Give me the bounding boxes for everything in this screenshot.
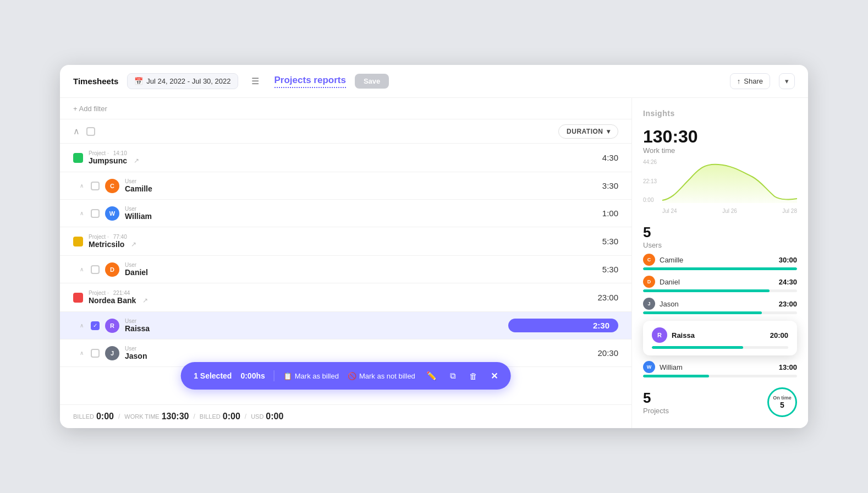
project-time-info: 14:10 bbox=[113, 150, 127, 156]
external-link-icon-nordea[interactable]: ↗ bbox=[142, 297, 148, 304]
add-filter-link[interactable]: + Add filter bbox=[73, 105, 107, 113]
bar-time-camille: 30:00 bbox=[779, 256, 797, 264]
user-duration-raissa: 2:30 bbox=[508, 319, 618, 332]
project-row-metricsilo: Project · 77:40 Metricsilo ↗ 5:30 bbox=[60, 227, 631, 256]
project-name: Jumpsunc bbox=[89, 156, 127, 165]
bar-fill-raissa bbox=[652, 346, 743, 349]
user-row: ∧ C User Camille 3:30 bbox=[60, 172, 631, 200]
billed2-label: BILLED bbox=[200, 413, 221, 420]
toolbar-divider bbox=[274, 370, 274, 381]
bar-track-raissa bbox=[652, 346, 788, 349]
billed2-value: 0:00 bbox=[223, 412, 240, 421]
user-bar-item-daniel: D Daniel 24:30 bbox=[643, 276, 797, 292]
raissa-tooltip-card: R Raissa 20:00 bbox=[643, 321, 797, 355]
bar-fill-camille bbox=[643, 267, 797, 270]
work-time-card: 130:30 Work time 44:26 22:13 0:00 bbox=[643, 128, 797, 214]
save-button[interactable]: Save bbox=[355, 74, 389, 89]
user-checkbox-jason[interactable] bbox=[91, 349, 100, 358]
chart-x-label-1: Jul 24 bbox=[662, 208, 677, 214]
user-row-daniel: ∧ D User Daniel 5:30 bbox=[60, 256, 631, 283]
bar-track-camille bbox=[643, 267, 797, 270]
duration-sort-button[interactable]: DURATION ▾ bbox=[558, 124, 618, 139]
external-link-icon[interactable]: ↗ bbox=[134, 157, 139, 165]
chart-y-labels: 44:26 22:13 0:00 bbox=[643, 159, 657, 203]
on-time-label: On time bbox=[773, 395, 792, 401]
mark-not-billed-button[interactable]: 🚫 Mark as not billed bbox=[348, 372, 415, 380]
user-bar-item-william: W William 13:00 bbox=[643, 361, 797, 377]
add-filter-bar: + Add filter bbox=[60, 98, 631, 119]
left-panel: + Add filter ∧ DURATION ▾ bbox=[60, 98, 632, 428]
expand-icon[interactable]: ∧ bbox=[80, 210, 87, 216]
chart-x-label-3: Jul 28 bbox=[782, 208, 797, 214]
project-row: Project · 14:10 Jumpsunc ↗ 4:30 bbox=[60, 144, 631, 172]
not-billed-icon: 🚫 bbox=[348, 372, 356, 380]
bar-avatar-daniel: D bbox=[643, 276, 655, 288]
project-label: Project · bbox=[89, 150, 109, 156]
mark-billed-button[interactable]: 📋 Mark as billed bbox=[283, 372, 339, 380]
edit-icon-button[interactable]: ✏️ bbox=[424, 370, 439, 382]
bar-track-daniel bbox=[643, 289, 797, 292]
user-checkbox-camille[interactable] bbox=[91, 182, 100, 190]
external-link-icon-metricsilo[interactable]: ↗ bbox=[131, 240, 136, 248]
sort-icon: ▾ bbox=[607, 128, 611, 135]
work-time-chart: 44:26 22:13 0:00 bbox=[643, 159, 797, 214]
bar-name-jason: Jason bbox=[660, 300, 774, 308]
bar-fill-jason bbox=[643, 311, 762, 314]
bar-fill-william bbox=[643, 375, 709, 377]
bar-track-jason bbox=[643, 311, 797, 314]
main-window: Timesheets 📅 Jul 24, 2022 - Jul 30, 2022… bbox=[60, 65, 808, 428]
projects-count: 5 bbox=[643, 390, 669, 407]
calendar-icon: 📅 bbox=[134, 77, 143, 85]
user-bar-list: C Camille 30:00 D Daniel 24:30 bbox=[643, 254, 797, 377]
user-row-william: ∧ W User William 1:00 bbox=[60, 200, 631, 227]
insights-title: Insights bbox=[643, 109, 797, 118]
user-bar-item-jason: J Jason 23:00 bbox=[643, 298, 797, 314]
user-checkbox-daniel[interactable] bbox=[91, 265, 100, 274]
projects-section: 5 Projects On time 5 bbox=[643, 387, 797, 417]
projects-reports-label[interactable]: Projects reports bbox=[274, 75, 346, 88]
share-dropdown-button[interactable]: ▾ bbox=[779, 73, 795, 89]
table-header-row: ∧ DURATION ▾ bbox=[60, 119, 631, 144]
copy-icon-button[interactable]: ⧉ bbox=[448, 370, 458, 382]
bar-time-raissa: 20:00 bbox=[770, 331, 788, 339]
share-button[interactable]: ↑ Share bbox=[730, 73, 770, 89]
duration-sort-label: DURATION bbox=[567, 128, 603, 135]
projects-label: Projects bbox=[643, 407, 669, 415]
work-time-big-num: 130:30 bbox=[643, 128, 797, 145]
avatar-raissa: R bbox=[105, 319, 119, 333]
bar-time-jason: 23:00 bbox=[779, 300, 797, 308]
chart-y-label-bot: 0:00 bbox=[643, 197, 657, 203]
expand-icon[interactable]: ∧ bbox=[80, 183, 87, 189]
users-count: 5 bbox=[643, 224, 797, 241]
filter-icon-button[interactable]: ☰ bbox=[247, 74, 263, 89]
delete-icon-button[interactable]: 🗑 bbox=[467, 370, 480, 382]
project-color-icon bbox=[73, 153, 83, 163]
usd-label: USD bbox=[251, 413, 263, 420]
selected-time: 0:00hs bbox=[240, 371, 265, 380]
project-duration: 4:30 bbox=[508, 153, 618, 162]
date-range-button[interactable]: 📅 Jul 24, 2022 - Jul 30, 2022 bbox=[127, 73, 238, 89]
expand-icon[interactable]: ∧ bbox=[80, 266, 87, 272]
bar-name-william: William bbox=[660, 363, 774, 371]
billed-icon: 📋 bbox=[283, 372, 292, 380]
expand-icon[interactable]: ∧ bbox=[80, 322, 87, 328]
bar-avatar-camille: C bbox=[643, 254, 655, 266]
user-duration-camille: 3:30 bbox=[508, 181, 618, 190]
project-color-icon bbox=[73, 293, 83, 303]
bar-track-william bbox=[643, 375, 797, 377]
expand-icon[interactable]: ∧ bbox=[80, 350, 87, 356]
bar-avatar-jason: J bbox=[643, 298, 655, 310]
chevron-down-icon: ▾ bbox=[785, 77, 789, 85]
app-title: Timesheets bbox=[73, 76, 118, 86]
close-toolbar-button[interactable]: ✕ bbox=[491, 371, 498, 381]
footer-summary: BILLED 0:00 / WORK TIME 130:30 / BILLED … bbox=[60, 404, 631, 428]
user-checkbox-william[interactable] bbox=[91, 209, 100, 218]
users-label: Users bbox=[643, 241, 797, 249]
header-checkbox[interactable] bbox=[86, 127, 95, 136]
collapse-all-icon[interactable]: ∧ bbox=[73, 127, 80, 136]
bar-name-raissa: Raissa bbox=[672, 331, 766, 339]
insights-panel: Insights 130:30 Work time 44:26 22:13 0:… bbox=[632, 98, 808, 428]
chart-y-label-mid: 22:13 bbox=[643, 178, 657, 184]
user-checkbox-raissa[interactable]: ✓ bbox=[91, 321, 100, 330]
on-time-count: 5 bbox=[780, 401, 784, 409]
